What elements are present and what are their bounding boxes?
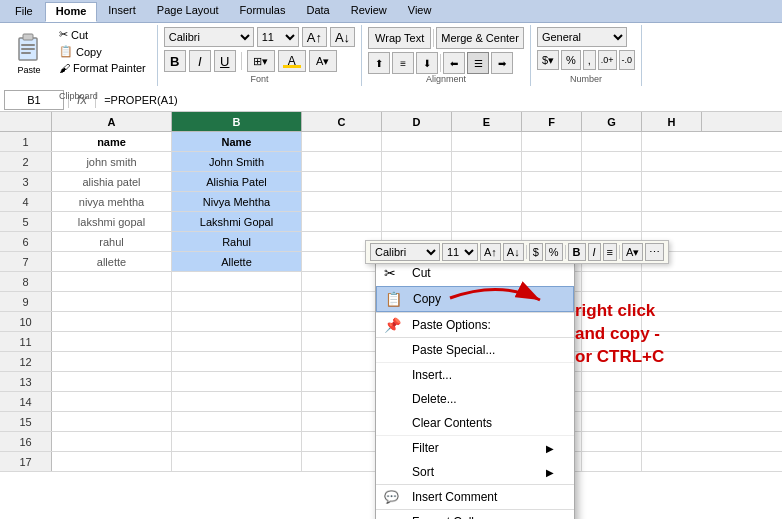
cell-b13[interactable] xyxy=(172,372,302,391)
increase-font-button[interactable]: A↑ xyxy=(302,27,327,47)
cell-g1[interactable] xyxy=(582,132,642,151)
cell-c9[interactable] xyxy=(302,292,382,311)
cell-d1[interactable] xyxy=(382,132,452,151)
cell-d2[interactable] xyxy=(382,152,452,171)
align-middle-button[interactable]: ≡ xyxy=(392,52,414,74)
cell-g4[interactable] xyxy=(582,192,642,211)
row-header[interactable]: 3 xyxy=(0,172,52,191)
cell-b10[interactable] xyxy=(172,312,302,331)
mini-italic-btn[interactable]: I xyxy=(588,243,601,261)
cell-b5[interactable]: Lakshmi Gopal xyxy=(172,212,302,231)
font-name-select[interactable]: Calibri xyxy=(164,27,254,47)
cell-b16[interactable] xyxy=(172,432,302,451)
paste-button[interactable]: Paste xyxy=(8,27,50,77)
col-header-b[interactable]: B xyxy=(172,112,302,131)
cell-a5[interactable]: lakshmi gopal xyxy=(52,212,172,231)
ctx-clear-item[interactable]: Clear Contents xyxy=(376,411,574,435)
cell-a12[interactable] xyxy=(52,352,172,371)
cell-a4[interactable]: nivya mehtha xyxy=(52,192,172,211)
cell-e5[interactable] xyxy=(452,212,522,231)
cell-c3[interactable] xyxy=(302,172,382,191)
row-header[interactable]: 16 xyxy=(0,432,52,451)
borders-button[interactable]: ⊞▾ xyxy=(247,50,275,72)
cell-b12[interactable] xyxy=(172,352,302,371)
cell-e1[interactable] xyxy=(452,132,522,151)
row-header[interactable]: 2 xyxy=(0,152,52,171)
cell-b11[interactable] xyxy=(172,332,302,351)
cell-b4[interactable]: Nivya Mehtha xyxy=(172,192,302,211)
fill-color-button[interactable]: A xyxy=(278,50,306,72)
tab-home[interactable]: Home xyxy=(45,2,98,22)
cell-g14[interactable] xyxy=(582,392,642,411)
row-header[interactable]: 6 xyxy=(0,232,52,251)
format-painter-button[interactable]: 🖌 Format Painter xyxy=(56,61,149,75)
cell-c16[interactable] xyxy=(302,432,382,451)
cell-a16[interactable] xyxy=(52,432,172,451)
cell-c11[interactable] xyxy=(302,332,382,351)
mini-font-select[interactable]: Calibri xyxy=(370,243,440,261)
mini-currency-btn[interactable]: $ xyxy=(529,243,543,261)
cell-g17[interactable] xyxy=(582,452,642,471)
wrap-text-button[interactable]: Wrap Text xyxy=(368,27,431,49)
cell-a15[interactable] xyxy=(52,412,172,431)
col-header-f[interactable]: F xyxy=(522,112,582,131)
cell-c8[interactable] xyxy=(302,272,382,291)
cell-a17[interactable] xyxy=(52,452,172,471)
ctx-format-cells-item[interactable]: Format Cells... xyxy=(376,509,574,519)
tab-insert[interactable]: Insert xyxy=(98,2,146,22)
cell-c12[interactable] xyxy=(302,352,382,371)
ctx-insert-item[interactable]: Insert... xyxy=(376,362,574,387)
cell-d4[interactable] xyxy=(382,192,452,211)
cell-b15[interactable] xyxy=(172,412,302,431)
align-bottom-button[interactable]: ⬇ xyxy=(416,52,438,74)
row-header[interactable]: 12 xyxy=(0,352,52,371)
mini-more-btn[interactable]: ⋯ xyxy=(645,243,664,261)
number-format-select[interactable]: General xyxy=(537,27,627,47)
row-header[interactable]: 11 xyxy=(0,332,52,351)
row-header[interactable]: 8 xyxy=(0,272,52,291)
font-color-button[interactable]: A▾ xyxy=(309,50,337,72)
cell-c1[interactable] xyxy=(302,132,382,151)
copy-button[interactable]: 📋 Copy xyxy=(56,44,149,59)
row-header[interactable]: 7 xyxy=(0,252,52,271)
cell-g15[interactable] xyxy=(582,412,642,431)
cell-b2[interactable]: John Smith xyxy=(172,152,302,171)
mini-align-btn[interactable]: ≡ xyxy=(603,243,617,261)
currency-button[interactable]: $▾ xyxy=(537,50,559,70)
cell-e3[interactable] xyxy=(452,172,522,191)
increase-decimal-button[interactable]: .0+ xyxy=(598,50,617,70)
cell-e4[interactable] xyxy=(452,192,522,211)
row-header[interactable]: 10 xyxy=(0,312,52,331)
align-top-button[interactable]: ⬆ xyxy=(368,52,390,74)
mini-increase-font[interactable]: A↑ xyxy=(480,243,501,261)
cell-f4[interactable] xyxy=(522,192,582,211)
cell-f2[interactable] xyxy=(522,152,582,171)
font-size-select[interactable]: 11 xyxy=(257,27,299,47)
mini-percent-btn[interactable]: % xyxy=(545,243,563,261)
cell-c5[interactable] xyxy=(302,212,382,231)
comma-button[interactable]: , xyxy=(583,50,596,70)
mini-size-select[interactable]: 11 xyxy=(442,243,478,261)
tab-data[interactable]: Data xyxy=(296,2,339,22)
cell-c10[interactable] xyxy=(302,312,382,331)
cell-c17[interactable] xyxy=(302,452,382,471)
cell-b3[interactable]: Alishia Patel xyxy=(172,172,302,191)
cell-a6[interactable]: rahul xyxy=(52,232,172,251)
align-center-button[interactable]: ☰ xyxy=(467,52,489,74)
cell-g16[interactable] xyxy=(582,432,642,451)
cell-f1[interactable] xyxy=(522,132,582,151)
cell-b6[interactable]: Rahul xyxy=(172,232,302,251)
cell-a1[interactable]: name xyxy=(52,132,172,151)
bold-button[interactable]: B xyxy=(164,50,186,72)
tab-file[interactable]: File xyxy=(4,2,44,22)
align-right-button[interactable]: ➡ xyxy=(491,52,513,74)
mini-bold-btn[interactable]: B xyxy=(568,243,586,261)
mini-fill-btn[interactable]: A▾ xyxy=(622,243,643,261)
cell-b1[interactable]: Name xyxy=(172,132,302,151)
cell-a9[interactable] xyxy=(52,292,172,311)
decrease-font-button[interactable]: A↓ xyxy=(330,27,355,47)
cell-c4[interactable] xyxy=(302,192,382,211)
col-header-h[interactable]: H xyxy=(642,112,702,131)
cell-c14[interactable] xyxy=(302,392,382,411)
row-header[interactable]: 13 xyxy=(0,372,52,391)
